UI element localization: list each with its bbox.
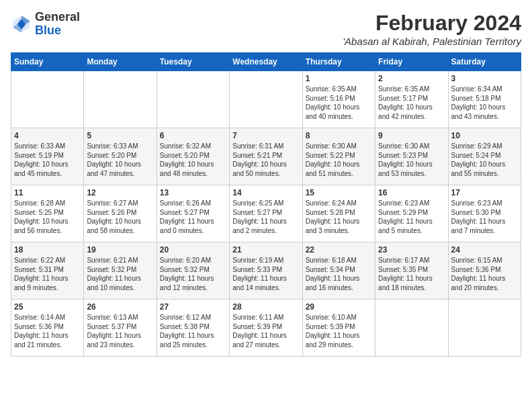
- day-number: 26: [87, 302, 153, 312]
- day-number: 7: [232, 131, 299, 140]
- calendar-cell: 18Sunrise: 6:22 AM Sunset: 5:31 PM Dayli…: [11, 242, 84, 300]
- day-number: 4: [14, 131, 81, 140]
- calendar-cell: 9Sunrise: 6:30 AM Sunset: 5:23 PM Daylig…: [375, 128, 448, 185]
- day-info: Sunrise: 6:17 AM Sunset: 5:35 PM Dayligh…: [378, 256, 445, 292]
- day-number: 29: [306, 302, 372, 312]
- calendar-cell: 12Sunrise: 6:27 AM Sunset: 5:26 PM Dayli…: [84, 185, 157, 242]
- calendar-cell: [11, 71, 84, 128]
- day-number: 16: [378, 188, 445, 197]
- calendar-cell: 11Sunrise: 6:28 AM Sunset: 5:25 PM Dayli…: [11, 185, 84, 242]
- calendar-cell: 28Sunrise: 6:11 AM Sunset: 5:39 PM Dayli…: [230, 300, 302, 357]
- day-number: 15: [306, 188, 372, 197]
- logo-icon: [11, 13, 32, 35]
- header-cell-wednesday: Wednesday: [230, 53, 302, 71]
- calendar-cell: 22Sunrise: 6:18 AM Sunset: 5:34 PM Dayli…: [302, 242, 375, 300]
- calendar-cell: 8Sunrise: 6:30 AM Sunset: 5:22 PM Daylig…: [302, 128, 375, 185]
- day-info: Sunrise: 6:12 AM Sunset: 5:38 PM Dayligh…: [160, 313, 226, 349]
- calendar-header: SundayMondayTuesdayWednesdayThursdayFrid…: [11, 53, 521, 71]
- calendar-week-5: 25Sunrise: 6:14 AM Sunset: 5:36 PM Dayli…: [11, 300, 521, 357]
- day-info: Sunrise: 6:18 AM Sunset: 5:34 PM Dayligh…: [306, 256, 372, 292]
- day-info: Sunrise: 6:32 AM Sunset: 5:20 PM Dayligh…: [160, 142, 226, 178]
- day-info: Sunrise: 6:33 AM Sunset: 5:20 PM Dayligh…: [87, 142, 153, 178]
- header-cell-monday: Monday: [84, 53, 157, 71]
- calendar-cell: 27Sunrise: 6:12 AM Sunset: 5:38 PM Dayli…: [157, 300, 229, 357]
- calendar-cell: [375, 300, 448, 357]
- day-info: Sunrise: 6:25 AM Sunset: 5:27 PM Dayligh…: [232, 199, 299, 235]
- day-number: 13: [160, 188, 226, 197]
- day-info: Sunrise: 6:11 AM Sunset: 5:39 PM Dayligh…: [232, 313, 299, 349]
- day-info: Sunrise: 6:24 AM Sunset: 5:28 PM Dayligh…: [306, 199, 372, 235]
- calendar-cell: 25Sunrise: 6:14 AM Sunset: 5:36 PM Dayli…: [11, 300, 84, 357]
- calendar-cell: 10Sunrise: 6:29 AM Sunset: 5:24 PM Dayli…: [448, 128, 521, 185]
- day-info: Sunrise: 6:23 AM Sunset: 5:29 PM Dayligh…: [378, 199, 445, 235]
- calendar-cell: 4Sunrise: 6:33 AM Sunset: 5:19 PM Daylig…: [11, 128, 84, 185]
- header-cell-sunday: Sunday: [11, 53, 84, 71]
- day-number: 22: [306, 245, 372, 255]
- header-cell-tuesday: Tuesday: [157, 53, 229, 71]
- day-number: 1: [306, 74, 372, 83]
- logo-line1: General: [35, 11, 80, 24]
- calendar-cell: 5Sunrise: 6:33 AM Sunset: 5:20 PM Daylig…: [84, 128, 157, 185]
- day-info: Sunrise: 6:19 AM Sunset: 5:33 PM Dayligh…: [232, 256, 299, 292]
- calendar-cell: 23Sunrise: 6:17 AM Sunset: 5:35 PM Dayli…: [375, 242, 448, 300]
- day-info: Sunrise: 6:23 AM Sunset: 5:30 PM Dayligh…: [451, 199, 518, 235]
- day-info: Sunrise: 6:15 AM Sunset: 5:36 PM Dayligh…: [451, 256, 518, 292]
- calendar-week-1: 1Sunrise: 6:35 AM Sunset: 5:16 PM Daylig…: [11, 71, 521, 128]
- day-info: Sunrise: 6:34 AM Sunset: 5:18 PM Dayligh…: [451, 85, 518, 121]
- day-info: Sunrise: 6:28 AM Sunset: 5:25 PM Dayligh…: [14, 199, 81, 235]
- day-number: 18: [14, 245, 81, 255]
- calendar-cell: [84, 71, 157, 128]
- header-cell-saturday: Saturday: [448, 53, 521, 71]
- calendar-table: SundayMondayTuesdayWednesdayThursdayFrid…: [11, 52, 521, 357]
- day-number: 19: [87, 245, 153, 255]
- header-row: SundayMondayTuesdayWednesdayThursdayFrid…: [11, 53, 521, 71]
- day-number: 11: [14, 188, 81, 197]
- location-subtitle: 'Abasan al Kabirah, Palestinian Territor…: [343, 36, 521, 47]
- day-number: 17: [451, 188, 518, 197]
- day-info: Sunrise: 6:26 AM Sunset: 5:27 PM Dayligh…: [160, 199, 226, 235]
- logo-line2: Blue: [35, 24, 80, 38]
- calendar-cell: 17Sunrise: 6:23 AM Sunset: 5:30 PM Dayli…: [448, 185, 521, 242]
- day-number: 2: [378, 74, 445, 83]
- calendar-cell: 15Sunrise: 6:24 AM Sunset: 5:28 PM Dayli…: [302, 185, 375, 242]
- calendar-cell: 14Sunrise: 6:25 AM Sunset: 5:27 PM Dayli…: [230, 185, 302, 242]
- day-info: Sunrise: 6:27 AM Sunset: 5:26 PM Dayligh…: [87, 199, 153, 235]
- day-info: Sunrise: 6:13 AM Sunset: 5:37 PM Dayligh…: [87, 313, 153, 349]
- calendar-cell: 3Sunrise: 6:34 AM Sunset: 5:18 PM Daylig…: [448, 71, 521, 128]
- day-info: Sunrise: 6:35 AM Sunset: 5:17 PM Dayligh…: [378, 85, 445, 121]
- calendar-week-4: 18Sunrise: 6:22 AM Sunset: 5:31 PM Dayli…: [11, 242, 521, 300]
- day-info: Sunrise: 6:22 AM Sunset: 5:31 PM Dayligh…: [14, 256, 81, 292]
- calendar-body: 1Sunrise: 6:35 AM Sunset: 5:16 PM Daylig…: [11, 71, 521, 357]
- day-number: 14: [232, 188, 299, 197]
- day-number: 27: [160, 302, 226, 312]
- day-info: Sunrise: 6:30 AM Sunset: 5:23 PM Dayligh…: [378, 142, 445, 178]
- calendar-cell: 6Sunrise: 6:32 AM Sunset: 5:20 PM Daylig…: [157, 128, 229, 185]
- day-info: Sunrise: 6:35 AM Sunset: 5:16 PM Dayligh…: [306, 85, 372, 121]
- day-info: Sunrise: 6:14 AM Sunset: 5:36 PM Dayligh…: [14, 313, 81, 349]
- calendar-cell: 20Sunrise: 6:20 AM Sunset: 5:32 PM Dayli…: [157, 242, 229, 300]
- calendar-week-2: 4Sunrise: 6:33 AM Sunset: 5:19 PM Daylig…: [11, 128, 521, 185]
- day-number: 28: [232, 302, 299, 312]
- calendar-cell: 7Sunrise: 6:31 AM Sunset: 5:21 PM Daylig…: [230, 128, 302, 185]
- day-number: 10: [451, 131, 518, 140]
- logo-text: General Blue: [35, 11, 80, 38]
- day-number: 8: [306, 131, 372, 140]
- day-number: 24: [451, 245, 518, 255]
- calendar-cell: 19Sunrise: 6:21 AM Sunset: 5:32 PM Dayli…: [84, 242, 157, 300]
- day-info: Sunrise: 6:20 AM Sunset: 5:32 PM Dayligh…: [160, 256, 226, 292]
- title-block: February 2024 'Abasan al Kabirah, Palest…: [343, 11, 521, 47]
- calendar-cell: [157, 71, 229, 128]
- day-info: Sunrise: 6:21 AM Sunset: 5:32 PM Dayligh…: [87, 256, 153, 292]
- calendar-cell: [230, 71, 302, 128]
- day-number: 20: [160, 245, 226, 255]
- day-info: Sunrise: 6:30 AM Sunset: 5:22 PM Dayligh…: [306, 142, 372, 178]
- logo: General Blue: [11, 11, 80, 38]
- day-number: 25: [14, 302, 81, 312]
- day-number: 6: [160, 131, 226, 140]
- day-number: 3: [451, 74, 518, 83]
- page-header: General Blue February 2024 'Abasan al Ka…: [11, 11, 521, 47]
- header-cell-thursday: Thursday: [302, 53, 375, 71]
- month-year-title: February 2024: [343, 11, 521, 36]
- day-number: 21: [232, 245, 299, 255]
- day-number: 5: [87, 131, 153, 140]
